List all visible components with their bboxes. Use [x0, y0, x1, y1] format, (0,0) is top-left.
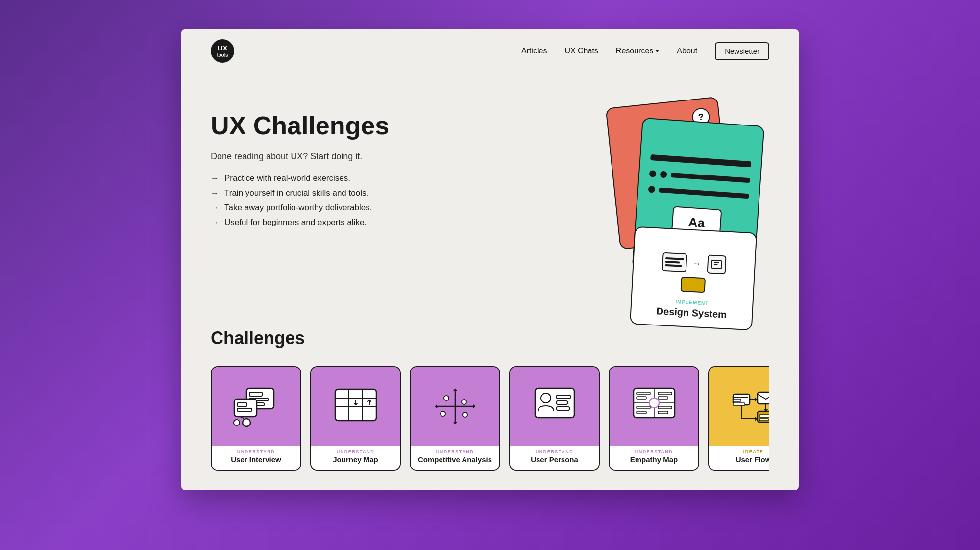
card-category-user-flow: IDEATE — [743, 450, 763, 454]
card-illustration-journey-map — [311, 367, 400, 446]
card-category-persona: UNDERSTAND — [536, 450, 573, 454]
svg-rect-31 — [637, 392, 650, 395]
nav-articles[interactable]: Articles — [521, 47, 547, 55]
svg-rect-33 — [658, 392, 672, 395]
svg-point-19 — [462, 400, 466, 404]
nav-resources[interactable]: Resources — [616, 47, 659, 55]
nav-about[interactable]: About — [677, 47, 697, 55]
card-competitive-analysis[interactable]: UNDERSTAND Competitive Analysis — [410, 366, 500, 471]
card-name-user-interview: User Interview — [231, 455, 281, 464]
arrow-icon-2: → — [211, 189, 219, 198]
bullet-1-text: Practice with real-world exercises. — [224, 174, 350, 183]
card-illustration-empathy — [610, 367, 698, 446]
svg-rect-38 — [658, 411, 668, 414]
card-user-interview[interactable]: UNDERSTAND User Interview — [211, 366, 301, 471]
card-empathy-map[interactable]: UNDERSTAND Empathy Map — [609, 366, 699, 471]
card-illustration-user-flow — [709, 367, 769, 446]
bullet-1: → Practice with real-world exercises. — [211, 174, 389, 183]
svg-rect-3 — [249, 392, 262, 396]
card-name-persona: User Persona — [531, 455, 578, 464]
logo-text-ux: UX — [218, 44, 228, 52]
arrow-icon-4: → — [211, 218, 219, 227]
svg-rect-36 — [637, 411, 646, 414]
card-illustration-persona — [510, 367, 599, 446]
svg-rect-46 — [760, 419, 768, 421]
bullet-2-text: Train yourself in crucial skills and too… — [224, 188, 368, 198]
card-name-competitive: Competitive Analysis — [418, 455, 492, 464]
svg-point-23 — [541, 393, 551, 403]
chevron-down-icon — [655, 50, 659, 52]
logo[interactable]: UX tools — [211, 39, 234, 63]
card-user-flow[interactable]: IDEATE User Flow — [708, 366, 769, 471]
card-label-persona: UNDERSTAND User Persona — [510, 446, 599, 470]
nav-ux-chats[interactable]: UX Chats — [564, 47, 598, 55]
card-title: Design System — [656, 305, 727, 320]
challenges-section: Challenges — [181, 303, 799, 490]
svg-rect-45 — [760, 415, 770, 417]
card-category-label: IMPLEMENT — [675, 299, 709, 306]
hero-list: → Practice with real-world exercises. → … — [211, 174, 389, 227]
bullet-2: → Train yourself in crucial skills and t… — [211, 188, 389, 198]
card-label-competitive: UNDERSTAND Competitive Analysis — [411, 446, 499, 470]
card-illustration-competitive — [411, 367, 499, 446]
svg-point-21 — [463, 412, 467, 417]
svg-rect-42 — [733, 403, 745, 405]
arrow-icon-3: → — [211, 203, 219, 212]
bullet-3: → Take away portfolio-worthy deliverable… — [211, 203, 389, 213]
svg-rect-25 — [557, 401, 567, 404]
card-name-journey-map: Journey Map — [333, 455, 378, 464]
svg-point-9 — [243, 419, 250, 426]
nav-resources-label: Resources — [616, 47, 653, 55]
bullet-4: → Useful for beginners and experts alike… — [211, 218, 389, 227]
card-design-system: → IMPLEMENT Design System — [630, 226, 757, 331]
card-name-empathy: Empathy Map — [630, 455, 678, 464]
card-name-user-flow: User Flow — [736, 455, 769, 464]
svg-rect-22 — [535, 388, 574, 418]
card-category-user-interview: UNDERSTAND — [237, 450, 275, 454]
hero-title: UX Challenges — [211, 112, 389, 140]
hero-content: UX Challenges Done reading about UX? Sta… — [211, 102, 389, 227]
hero-illustration: ? — [583, 92, 769, 269]
svg-rect-41 — [733, 399, 741, 401]
svg-rect-26 — [557, 407, 569, 410]
card-label-journey-map: UNDERSTAND Journey Map — [311, 446, 400, 470]
card-illustration-user-interview — [212, 367, 300, 446]
hero-subtitle: Done reading about UX? Start doing it. — [211, 151, 389, 162]
bullet-4-text: Useful for beginners and experts alike. — [224, 218, 367, 227]
logo-text-tools: tools — [217, 52, 228, 58]
svg-point-18 — [444, 396, 449, 400]
nav-links: Articles UX Chats Resources About Newsle… — [521, 42, 769, 60]
hero-section: UX Challenges Done reading about UX? Sta… — [181, 73, 799, 303]
svg-rect-7 — [237, 403, 247, 406]
card-label-user-interview: UNDERSTAND User Interview — [212, 446, 300, 470]
card-category-competitive: UNDERSTAND — [436, 450, 474, 454]
logo-circle: UX tools — [211, 39, 234, 63]
navbar: UX tools Articles UX Chats Resources Abo… — [181, 29, 799, 73]
card-journey-map[interactable]: UNDERSTAND Journey Map — [310, 366, 401, 471]
bullet-3-text: Take away portfolio-worthy deliverables. — [224, 203, 372, 213]
svg-rect-8 — [237, 408, 252, 411]
svg-rect-37 — [658, 406, 672, 409]
card-category-journey-map: UNDERSTAND — [337, 450, 374, 454]
newsletter-button[interactable]: Newsletter — [715, 42, 769, 60]
svg-rect-24 — [557, 395, 570, 399]
challenges-title: Challenges — [211, 328, 769, 349]
arrow-icon-1: → — [211, 174, 219, 183]
svg-point-30 — [649, 398, 659, 408]
svg-rect-35 — [637, 406, 650, 409]
challenges-grid: UNDERSTAND User Interview — [211, 366, 769, 471]
svg-rect-32 — [637, 397, 646, 399]
svg-point-20 — [441, 411, 445, 416]
page-wrapper: UX tools Articles UX Chats Resources Abo… — [181, 29, 799, 490]
svg-point-10 — [234, 420, 240, 425]
card-user-persona[interactable]: UNDERSTAND User Persona — [509, 366, 600, 471]
card-label-user-flow: IDEATE User Flow — [709, 446, 769, 470]
svg-rect-34 — [658, 397, 668, 399]
card-category-empathy: UNDERSTAND — [635, 450, 673, 454]
card-label-empathy: UNDERSTAND Empathy Map — [610, 446, 698, 470]
